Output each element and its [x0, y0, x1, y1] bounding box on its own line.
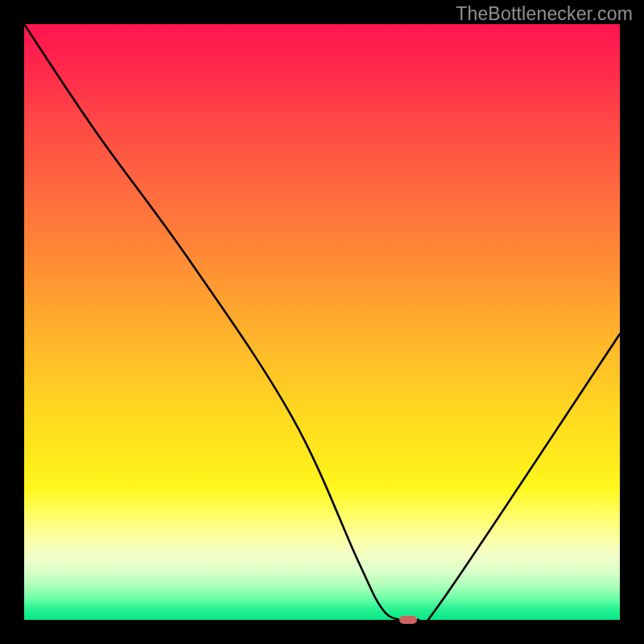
plot-area	[24, 24, 620, 620]
optimal-marker	[399, 616, 417, 624]
chart-container: TheBottlenecker.com	[0, 0, 644, 644]
watermark-text: TheBottlenecker.com	[456, 3, 633, 25]
bottleneck-curve	[24, 24, 620, 620]
